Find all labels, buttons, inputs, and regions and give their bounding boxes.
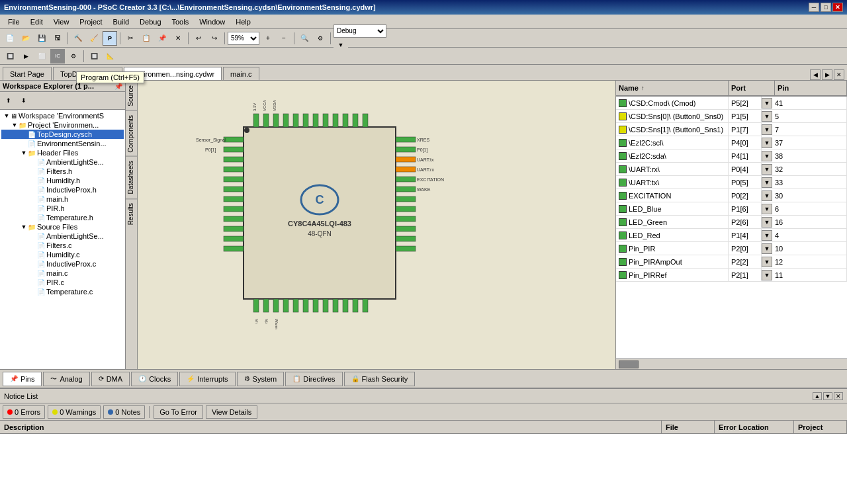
pin-row-excitation[interactable]: EXCITATION P0[2] ▼ 30 [616,189,847,202]
notice-close-button[interactable]: ✕ [834,392,843,400]
tree-header-files[interactable]: ▼ 📁 Header Files [1,148,124,157]
new-button[interactable]: 📄 [3,31,17,46]
view-details-button[interactable]: View Details [206,405,257,419]
pin-dropdown-led-green[interactable]: ▼ [762,217,772,228]
pin-row-sns0[interactable]: \CSD:Sns[0]\ (Button0_Sns0) P1[5] ▼ 5 [616,110,847,123]
pin-row-sda[interactable]: \EzI2C:sda\ P4[1] ▼ 38 [616,149,847,163]
pin-row-led-blue[interactable]: LED_Blue P1[6] ▼ 6 [616,202,847,216]
bottom-tab-directives[interactable]: 📋 Directives [285,372,342,386]
pin-dropdown-pirampout[interactable]: ▼ [762,257,772,267]
notice-up-button[interactable]: ▲ [813,392,822,400]
search-button[interactable]: 🔍 [297,31,312,46]
canvas-area[interactable]: C CY8C4A45LQI-483 48-QFN [138,81,615,369]
tb2-btn4[interactable]: IC [50,49,65,63]
tree-project[interactable]: ▼ 📁 Project 'Environmen... [1,120,124,130]
pin-dropdown-rx[interactable]: ▼ [762,164,772,175]
tab-nav-right[interactable]: ▶ [822,69,832,80]
expand-source-files[interactable]: ▼ [20,224,28,230]
bottom-tab-clocks[interactable]: 🕐 Clocks [131,372,178,386]
pin-row-pin-pir[interactable]: Pin_PIR P2[0] ▼ 10 [616,242,847,255]
pin-row-pirampout[interactable]: Pin_PIRAmpOut P2[2] ▼ 12 [616,255,847,269]
menu-view[interactable]: View [48,17,75,27]
tab-nav-close[interactable]: ✕ [834,69,844,80]
tree-ambient-h[interactable]: 📄 AmbientLightSe... [1,157,124,167]
pin-row-led-green[interactable]: LED_Green P2[6] ▼ 16 [616,216,847,229]
zoom-in-button[interactable]: + [261,31,275,46]
tree-filters-h[interactable]: 📄 Filters.h [1,167,124,176]
tree-main-c[interactable]: 📄 main.c [1,269,124,278]
bottom-tab-interrupts[interactable]: ⚡ Interrupts [179,372,235,386]
pin-dropdown-pin-pir[interactable]: ▼ [762,243,772,254]
save-button[interactable]: 💾 [34,31,49,46]
tb2-btn3[interactable]: ⬜ [34,49,49,63]
notes-button[interactable]: 0 Notes [103,405,145,419]
delete-button[interactable]: ✕ [171,31,185,46]
tree-filters-c[interactable]: 📄 Filters.c [1,241,124,250]
config-dropdown[interactable]: ▼ [334,38,348,52]
pin-dropdown-led-red[interactable]: ▼ [762,230,772,241]
pin-row-cmod[interactable]: \CSD:Cmod\ (Cmod) P5[2] ▼ 41 [616,97,847,110]
maximize-button[interactable]: □ [821,3,831,12]
program-button[interactable]: P [103,31,117,46]
tb2-btn6[interactable]: 🔲 [87,49,101,63]
close-button[interactable]: ✕ [832,3,843,12]
menu-help[interactable]: Help [230,17,256,27]
pin-row-rx[interactable]: \UART:rx\ P0[4] ▼ 32 [616,163,847,176]
bottom-tab-system[interactable]: ⚙ System [237,372,285,386]
bottom-tab-flash-security[interactable]: 🔒 Flash Security [344,372,416,386]
tree-temperature-c[interactable]: 📄 Temperature.c [1,287,124,296]
menu-edit[interactable]: Edit [25,17,48,27]
tree-main-h[interactable]: 📄 main.h [1,194,124,204]
ws-btn2[interactable]: ⬇ [17,93,31,108]
copy-button[interactable]: 📋 [139,31,154,46]
options-button[interactable]: ⚙ [313,31,328,46]
tree-topdesign[interactable]: 📄 TopDesign.cysch [1,130,124,139]
save-all-button[interactable]: 🖫 [50,31,65,46]
menu-file[interactable]: File [3,17,25,27]
tree-inductiveprox-c[interactable]: 📄 InductiveProx.c [1,259,124,269]
config-select[interactable]: Debug Release [334,24,386,38]
bottom-tab-dma[interactable]: ⟳ DMA [91,372,130,386]
undo-button[interactable]: ↩ [191,31,206,46]
tree-source-files[interactable]: ▼ 📁 Source Files [1,222,124,231]
side-tab-datasheets[interactable]: Datasheets [126,156,137,198]
redo-button[interactable]: ↪ [207,31,222,46]
tb2-btn2[interactable]: ▶ [19,49,33,63]
build-button[interactable]: 🔨 [71,31,85,46]
zoom-out-button[interactable]: − [277,31,291,46]
tree-humidity-h[interactable]: 📄 Humidity.h [1,176,124,185]
bottom-tab-analog[interactable]: 〜 Analog [43,372,89,386]
tb2-btn7[interactable]: 📐 [103,49,117,63]
go-to-error-button[interactable]: Go To Error [154,405,203,419]
pin-dropdown-excitation[interactable]: ▼ [762,190,772,201]
warnings-button[interactable]: 0 Warnings [48,405,101,419]
tree-temperature-h[interactable]: 📄 Temperature.h [1,213,124,222]
pin-dropdown-led-blue[interactable]: ▼ [762,204,772,214]
notice-down-button[interactable]: ▼ [823,392,832,400]
expand-project[interactable]: ▼ [11,122,19,128]
pin-dropdown-sda[interactable]: ▼ [762,151,772,161]
pin-dropdown-scl[interactable]: ▼ [762,138,772,148]
tree-env-file[interactable]: 📄 EnvironmentSensin... [1,139,124,148]
pins-horizontal-scrollbar[interactable] [616,358,847,369]
paste-button[interactable]: 📌 [155,31,169,46]
expand-workspace[interactable]: ▼ [3,112,11,119]
tab-start-page[interactable]: Start Page [3,67,52,80]
sort-icon[interactable]: ↑ [641,85,645,91]
side-tab-components[interactable]: Components [126,110,137,157]
pin-row-led-red[interactable]: LED_Red P1[4] ▼ 4 [616,229,847,242]
menu-window[interactable]: Window [194,17,230,27]
tree-pir-h[interactable]: 📄 PIR.h [1,204,124,213]
minimize-button[interactable]: ─ [809,3,819,12]
tree-ambient-c[interactable]: 📄 AmbientLightSe... [1,231,124,241]
expand-header-files[interactable]: ▼ [20,149,28,156]
tree-inductiveprox-h[interactable]: 📄 InductiveProx.h [1,185,124,194]
tab-mainc[interactable]: main.c [223,67,259,80]
tree-humidity-c[interactable]: 📄 Humidity.c [1,250,124,259]
errors-button[interactable]: 0 Errors [3,405,45,419]
tb2-btn5[interactable]: ⚙ [66,49,81,63]
tab-nav-left[interactable]: ◀ [810,69,821,80]
pin-row-sns1[interactable]: \CSD:Sns[1]\ (Button0_Sns1) P1[7] ▼ 7 [616,123,847,136]
open-button[interactable]: 📂 [19,31,33,46]
menu-debug[interactable]: Debug [134,17,166,27]
